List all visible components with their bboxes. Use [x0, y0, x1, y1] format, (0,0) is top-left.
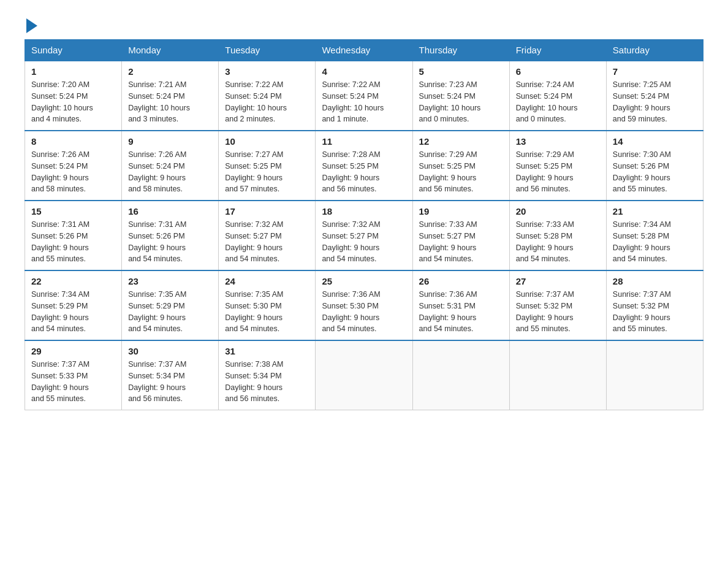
calendar-cell: 24Sunrise: 7:35 AM Sunset: 5:30 PM Dayli…: [219, 270, 316, 340]
day-info: Sunrise: 7:30 AM Sunset: 5:26 PM Dayligh…: [613, 149, 697, 195]
day-info: Sunrise: 7:37 AM Sunset: 5:33 PM Dayligh…: [31, 359, 115, 405]
weekday-header-monday: Monday: [122, 40, 219, 61]
calendar-cell: 23Sunrise: 7:35 AM Sunset: 5:29 PM Dayli…: [122, 270, 219, 340]
calendar-cell: 9Sunrise: 7:26 AM Sunset: 5:24 PM Daylig…: [122, 131, 219, 201]
day-info: Sunrise: 7:25 AM Sunset: 5:24 PM Dayligh…: [613, 79, 697, 125]
calendar-week-row: 29Sunrise: 7:37 AM Sunset: 5:33 PM Dayli…: [25, 340, 703, 410]
weekday-header-friday: Friday: [509, 40, 606, 61]
day-info: Sunrise: 7:21 AM Sunset: 5:24 PM Dayligh…: [128, 79, 212, 125]
calendar-cell: [412, 340, 509, 410]
calendar-week-row: 8Sunrise: 7:26 AM Sunset: 5:24 PM Daylig…: [25, 131, 703, 201]
day-number: 22: [31, 276, 115, 286]
day-info: Sunrise: 7:37 AM Sunset: 5:32 PM Dayligh…: [613, 289, 697, 335]
weekday-header-tuesday: Tuesday: [219, 40, 316, 61]
day-number: 15: [31, 206, 115, 216]
weekday-header-sunday: Sunday: [25, 40, 122, 61]
page-header: [25, 18, 703, 33]
calendar-cell: 27Sunrise: 7:37 AM Sunset: 5:32 PM Dayli…: [509, 270, 606, 340]
calendar-cell: [316, 340, 412, 410]
day-info: Sunrise: 7:32 AM Sunset: 5:27 PM Dayligh…: [225, 219, 309, 265]
day-info: Sunrise: 7:22 AM Sunset: 5:24 PM Dayligh…: [322, 79, 406, 125]
day-info: Sunrise: 7:26 AM Sunset: 5:24 PM Dayligh…: [128, 149, 212, 195]
calendar-cell: [606, 340, 703, 410]
day-info: Sunrise: 7:31 AM Sunset: 5:26 PM Dayligh…: [128, 219, 212, 265]
day-number: 5: [419, 66, 503, 77]
day-info: Sunrise: 7:37 AM Sunset: 5:34 PM Dayligh…: [128, 359, 212, 405]
calendar-cell: 8Sunrise: 7:26 AM Sunset: 5:24 PM Daylig…: [25, 131, 122, 201]
calendar-cell: 30Sunrise: 7:37 AM Sunset: 5:34 PM Dayli…: [122, 340, 219, 410]
day-info: Sunrise: 7:36 AM Sunset: 5:31 PM Dayligh…: [419, 289, 503, 335]
day-info: Sunrise: 7:38 AM Sunset: 5:34 PM Dayligh…: [225, 359, 309, 405]
calendar-cell: 6Sunrise: 7:24 AM Sunset: 5:24 PM Daylig…: [509, 61, 606, 131]
calendar-week-row: 15Sunrise: 7:31 AM Sunset: 5:26 PM Dayli…: [25, 201, 703, 270]
day-info: Sunrise: 7:35 AM Sunset: 5:30 PM Dayligh…: [225, 289, 309, 335]
day-info: Sunrise: 7:33 AM Sunset: 5:28 PM Dayligh…: [516, 219, 600, 265]
calendar-week-row: 22Sunrise: 7:34 AM Sunset: 5:29 PM Dayli…: [25, 270, 703, 340]
day-number: 19: [419, 206, 503, 216]
day-info: Sunrise: 7:37 AM Sunset: 5:32 PM Dayligh…: [516, 289, 600, 335]
day-info: Sunrise: 7:34 AM Sunset: 5:29 PM Dayligh…: [31, 289, 115, 335]
day-info: Sunrise: 7:23 AM Sunset: 5:24 PM Dayligh…: [419, 79, 503, 125]
day-info: Sunrise: 7:33 AM Sunset: 5:27 PM Dayligh…: [419, 219, 503, 265]
day-info: Sunrise: 7:26 AM Sunset: 5:24 PM Dayligh…: [31, 149, 115, 195]
day-info: Sunrise: 7:22 AM Sunset: 5:24 PM Dayligh…: [225, 79, 309, 125]
day-number: 13: [516, 136, 600, 147]
calendar-cell: 17Sunrise: 7:32 AM Sunset: 5:27 PM Dayli…: [219, 201, 316, 270]
day-number: 14: [613, 136, 697, 147]
weekday-header-saturday: Saturday: [606, 40, 703, 61]
day-number: 3: [225, 66, 309, 77]
calendar-cell: 2Sunrise: 7:21 AM Sunset: 5:24 PM Daylig…: [122, 61, 219, 131]
day-number: 6: [516, 66, 600, 77]
day-info: Sunrise: 7:34 AM Sunset: 5:28 PM Dayligh…: [613, 219, 697, 265]
calendar-cell: 18Sunrise: 7:32 AM Sunset: 5:27 PM Dayli…: [316, 201, 412, 270]
logo: [25, 18, 37, 33]
calendar-cell: 14Sunrise: 7:30 AM Sunset: 5:26 PM Dayli…: [606, 131, 703, 201]
calendar-cell: 31Sunrise: 7:38 AM Sunset: 5:34 PM Dayli…: [219, 340, 316, 410]
logo-triangle-icon: [26, 18, 37, 33]
day-number: 30: [128, 346, 212, 356]
calendar-cell: 28Sunrise: 7:37 AM Sunset: 5:32 PM Dayli…: [606, 270, 703, 340]
day-number: 10: [225, 136, 309, 147]
calendar-cell: 29Sunrise: 7:37 AM Sunset: 5:33 PM Dayli…: [25, 340, 122, 410]
calendar-cell: 20Sunrise: 7:33 AM Sunset: 5:28 PM Dayli…: [509, 201, 606, 270]
day-info: Sunrise: 7:31 AM Sunset: 5:26 PM Dayligh…: [31, 219, 115, 265]
day-number: 18: [322, 206, 406, 216]
day-number: 21: [613, 206, 697, 216]
day-info: Sunrise: 7:28 AM Sunset: 5:25 PM Dayligh…: [322, 149, 406, 195]
day-info: Sunrise: 7:20 AM Sunset: 5:24 PM Dayligh…: [31, 79, 115, 125]
calendar-cell: 3Sunrise: 7:22 AM Sunset: 5:24 PM Daylig…: [219, 61, 316, 131]
day-number: 1: [31, 66, 115, 77]
calendar-cell: 26Sunrise: 7:36 AM Sunset: 5:31 PM Dayli…: [412, 270, 509, 340]
day-number: 23: [128, 276, 212, 286]
day-number: 20: [516, 206, 600, 216]
calendar-cell: 5Sunrise: 7:23 AM Sunset: 5:24 PM Daylig…: [412, 61, 509, 131]
day-number: 28: [613, 276, 697, 286]
day-number: 26: [419, 276, 503, 286]
calendar-cell: 19Sunrise: 7:33 AM Sunset: 5:27 PM Dayli…: [412, 201, 509, 270]
weekday-header-thursday: Thursday: [412, 40, 509, 61]
day-number: 25: [322, 276, 406, 286]
calendar-cell: [509, 340, 606, 410]
weekday-header-wednesday: Wednesday: [316, 40, 412, 61]
day-number: 31: [225, 346, 309, 356]
day-info: Sunrise: 7:32 AM Sunset: 5:27 PM Dayligh…: [322, 219, 406, 265]
calendar-cell: 7Sunrise: 7:25 AM Sunset: 5:24 PM Daylig…: [606, 61, 703, 131]
day-info: Sunrise: 7:36 AM Sunset: 5:30 PM Dayligh…: [322, 289, 406, 335]
day-number: 7: [613, 66, 697, 77]
calendar-table: SundayMondayTuesdayWednesdayThursdayFrid…: [25, 39, 703, 410]
day-number: 17: [225, 206, 309, 216]
day-info: Sunrise: 7:29 AM Sunset: 5:25 PM Dayligh…: [419, 149, 503, 195]
day-number: 9: [128, 136, 212, 147]
calendar-cell: 11Sunrise: 7:28 AM Sunset: 5:25 PM Dayli…: [316, 131, 412, 201]
calendar-cell: 10Sunrise: 7:27 AM Sunset: 5:25 PM Dayli…: [219, 131, 316, 201]
day-number: 11: [322, 136, 406, 147]
calendar-cell: 4Sunrise: 7:22 AM Sunset: 5:24 PM Daylig…: [316, 61, 412, 131]
calendar-cell: 13Sunrise: 7:29 AM Sunset: 5:25 PM Dayli…: [509, 131, 606, 201]
day-number: 8: [31, 136, 115, 147]
day-number: 2: [128, 66, 212, 77]
day-number: 27: [516, 276, 600, 286]
day-number: 4: [322, 66, 406, 77]
day-info: Sunrise: 7:35 AM Sunset: 5:29 PM Dayligh…: [128, 289, 212, 335]
calendar-cell: 25Sunrise: 7:36 AM Sunset: 5:30 PM Dayli…: [316, 270, 412, 340]
calendar-cell: 21Sunrise: 7:34 AM Sunset: 5:28 PM Dayli…: [606, 201, 703, 270]
